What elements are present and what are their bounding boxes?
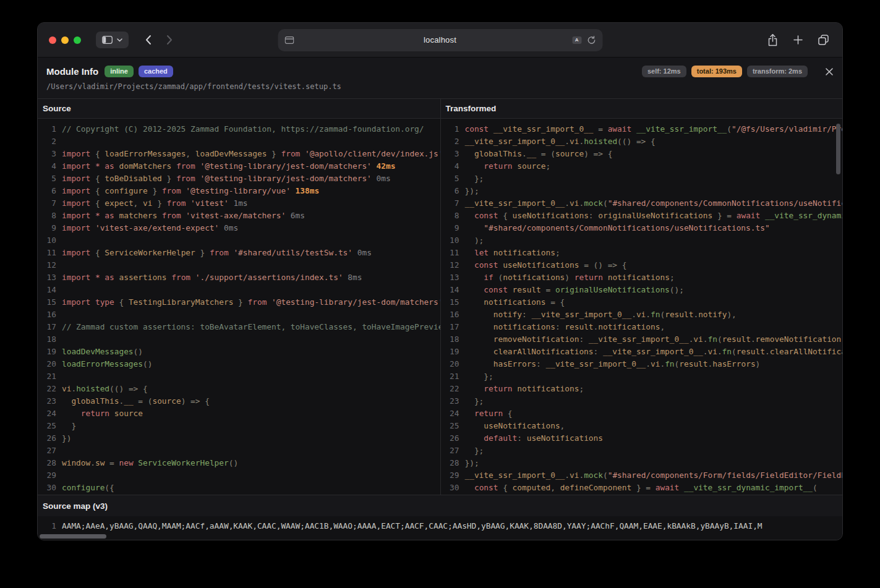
code-line: 25 useNotifications, — [441, 420, 843, 432]
source-pane[interactable]: 1// Copyright (C) 2012-2025 Zammad Found… — [38, 119, 440, 495]
code-line: 28}); — [441, 457, 843, 469]
sidebar-toggle-button[interactable] — [96, 32, 129, 48]
code-line: 29 — [38, 469, 440, 482]
traffic-lights — [49, 36, 81, 44]
share-icon[interactable] — [767, 34, 778, 46]
source-pane-header: Source — [38, 99, 440, 118]
code-line: 17// Zammad custom assertions: toBeAvata… — [38, 321, 440, 333]
horizontal-scrollbar-thumb[interactable] — [40, 534, 106, 539]
line-number: 26 — [441, 432, 459, 445]
line-number: 28 — [38, 457, 56, 469]
badge-self-12ms: self: 12ms — [642, 66, 686, 77]
code-line: 5 }; — [441, 173, 843, 185]
new-tab-icon[interactable] — [793, 35, 803, 45]
translate-icon[interactable]: A — [573, 36, 581, 44]
line-number: 22 — [441, 383, 459, 395]
code-line: 26 default: useNotifications — [441, 432, 843, 445]
line-number: 21 — [38, 370, 56, 383]
code-line: 29__vite_ssr_import_0__.vi.mock("#shared… — [441, 469, 843, 482]
code-line: 23 globalThis.__ = (source) => { — [38, 395, 440, 407]
page-title: Module Info — [46, 66, 98, 77]
line-number: 19 — [38, 346, 56, 358]
code-line: 11 let notifications; — [441, 247, 843, 259]
reload-icon[interactable] — [587, 36, 596, 45]
code-line: 15 notifications = { — [441, 296, 843, 309]
code-line: 13import * as assertions from './support… — [38, 271, 440, 284]
nav-arrows — [145, 35, 173, 45]
code-line: 20 hasErrors: __vite_ssr_import_0__.vi.f… — [441, 358, 843, 370]
site-settings-icon[interactable] — [284, 36, 294, 44]
line-number: 24 — [441, 407, 459, 420]
code-line: 30configure({ — [38, 482, 440, 494]
code-line: 26}) — [38, 432, 440, 445]
code-line: 10 — [38, 234, 440, 247]
zoom-window-button[interactable] — [74, 36, 81, 44]
line-number: 27 — [441, 445, 459, 457]
tab-overview-icon[interactable] — [818, 35, 829, 45]
code-line: 2 — [38, 135, 440, 148]
vertical-scrollbar-thumb[interactable] — [836, 124, 840, 174]
sourcemap-body[interactable]: 1 AAMA;AAeA,yBAAG,QAAQ,MAAM;AACf,aAAW,KA… — [38, 516, 842, 540]
address-bar[interactable]: localhost A — [278, 29, 602, 51]
code-line: 19loadDevMessages() — [38, 346, 440, 358]
line-number: 15 — [441, 296, 459, 309]
line-number: 12 — [441, 259, 459, 271]
line-number: 20 — [38, 358, 56, 370]
timing-badges: self: 12mstotal: 193mstransform: 2ms — [642, 66, 808, 77]
line-number: 23 — [38, 395, 56, 407]
line-number: 18 — [441, 333, 459, 346]
line-number: 9 — [441, 222, 459, 234]
line-number: 7 — [38, 197, 56, 210]
close-panel-button[interactable] — [825, 67, 834, 76]
line-number: 3 — [38, 148, 56, 160]
line-number: 24 — [38, 407, 56, 420]
code-line: 8 const { useNotifications: originalUseN… — [441, 210, 843, 222]
line-number: 20 — [441, 358, 459, 370]
code-line: 2__vite_ssr_import_0__.vi.hoisted(() => … — [441, 135, 843, 148]
code-line: 10 ); — [441, 234, 843, 247]
line-number: 21 — [441, 370, 459, 383]
transformed-pane[interactable]: 1const __vite_ssr_import_0__ = await __v… — [440, 119, 843, 495]
line-number: 4 — [38, 160, 56, 173]
code-line: 25 } — [38, 420, 440, 432]
code-line: 3 globalThis.__ = (source) => { — [441, 148, 843, 160]
line-number: 16 — [441, 309, 459, 321]
line-number: 13 — [38, 271, 56, 284]
code-panes: 1// Copyright (C) 2012-2025 Zammad Found… — [38, 119, 842, 495]
line-number: 25 — [38, 420, 56, 432]
line-number: 23 — [441, 395, 459, 407]
line-number: 4 — [441, 160, 459, 173]
line-number: 1 — [38, 123, 56, 135]
sourcemap-mappings: AAMA;AAeA,yBAAG,QAAQ,MAAM;AACf,aAAW,KAAK… — [62, 520, 763, 532]
back-button[interactable] — [145, 35, 152, 45]
minimize-window-button[interactable] — [61, 36, 69, 44]
line-number: 10 — [441, 234, 459, 247]
code-line: 14 — [38, 284, 440, 296]
line-number: 5 — [38, 173, 56, 185]
line-number: 19 — [441, 346, 459, 358]
forward-button[interactable] — [166, 35, 173, 45]
line-number: 5 — [441, 173, 459, 185]
line-number: 16 — [38, 309, 56, 321]
sourcemap-header: Source map (v3) — [38, 495, 842, 516]
line-number: 6 — [441, 185, 459, 197]
line-number: 22 — [38, 383, 56, 395]
line-number: 2 — [38, 135, 56, 148]
line-number: 27 — [38, 445, 56, 457]
code-line: 5import { toBeDisabled } from '@testing-… — [38, 173, 440, 185]
url-text[interactable]: localhost — [278, 35, 602, 45]
line-number: 7 — [441, 197, 459, 210]
line-number: 30 — [38, 482, 56, 494]
header-badges: inlinecached — [105, 66, 173, 77]
code-line: 3import { loadErrorMessages, loadDevMess… — [38, 148, 440, 160]
module-file-path: /Users/vladimir/Projects/zammad/app/fron… — [46, 82, 834, 91]
code-line: 19 clearAllNotifications: __vite_ssr_imp… — [441, 346, 843, 358]
code-line: 6}); — [441, 185, 843, 197]
code-line: 8import * as matchers from 'vitest-axe/m… — [38, 210, 440, 222]
close-window-button[interactable] — [49, 36, 56, 44]
line-number: 13 — [441, 271, 459, 284]
code-line: 6import { configure } from '@testing-lib… — [38, 185, 440, 197]
code-line: 30 const { computed, defineComponent } =… — [441, 482, 843, 494]
code-line: 22vi.hoisted(() => { — [38, 383, 440, 395]
badge-total-193ms: total: 193ms — [691, 66, 742, 77]
